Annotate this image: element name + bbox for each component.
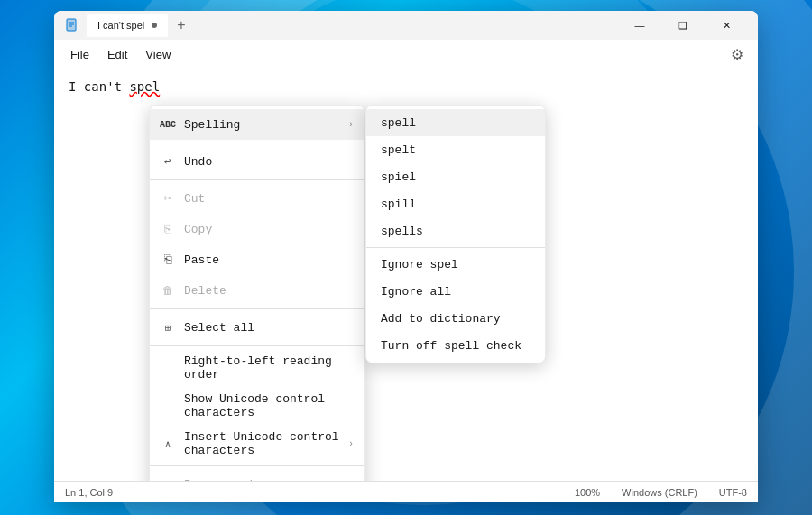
menu-view[interactable]: View [136, 44, 180, 65]
window-controls: — ❑ ✕ [619, 11, 747, 40]
sub-ignore-all[interactable]: Ignore all [366, 278, 545, 305]
sub-ignore-spel-label: Ignore spel [381, 258, 458, 271]
maximize-button[interactable]: ❑ [662, 11, 704, 40]
ctx-show-unicode-label: Show Unicode control characters [184, 392, 354, 419]
ctx-insert-unicode[interactable]: ∧ Insert Unicode control characters › [150, 425, 364, 463]
tab-icantspel[interactable]: I can't spel [87, 14, 168, 37]
sub-spiel[interactable]: spiel [366, 163, 545, 190]
status-encoding: UTF-8 [719, 487, 747, 498]
ctx-show-unicode[interactable]: Show Unicode control characters [150, 387, 364, 425]
sub-ignore-all-label: Ignore all [381, 285, 451, 299]
paste-icon: ⎗ [161, 253, 175, 267]
sub-spill[interactable]: spill [366, 190, 545, 217]
settings-icon[interactable]: ⚙ [724, 42, 751, 67]
tab-title: I can't spel [97, 20, 144, 31]
ctx-cut: ✂ Cut [150, 183, 364, 214]
spelling-submenu: spell spelt spiel spill spells Ignore sp… [365, 105, 546, 363]
ctx-select-all[interactable]: ⊞ Select all [150, 312, 364, 343]
status-right: 100% Windows (CRLF) UTF-8 [575, 487, 747, 498]
sub-spell[interactable]: spell [366, 109, 545, 136]
separator-3 [150, 308, 364, 309]
sub-add-dictionary[interactable]: Add to dictionary [366, 305, 545, 332]
ctx-delete-label: Delete [184, 284, 354, 298]
ctx-undo[interactable]: ↩ Undo [150, 146, 364, 177]
ctx-cut-label: Cut [184, 192, 354, 206]
cut-icon: ✂ [161, 191, 175, 206]
rtl-icon [161, 361, 175, 375]
ctx-undo-label: Undo [184, 155, 354, 169]
ctx-reconversion-label: Reconversion [184, 478, 354, 482]
menubar: File Edit View ⚙ [54, 40, 758, 69]
status-position: Ln 1, Col 9 [65, 487, 560, 498]
spelling-arrow-icon: › [348, 120, 354, 130]
tab-add-button[interactable]: + [171, 17, 190, 33]
sub-spells[interactable]: spells [366, 217, 545, 244]
titlebar: I can't spel + — ❑ ✕ [54, 11, 758, 40]
sub-spelt[interactable]: spelt [366, 136, 545, 163]
sub-ignore-spel[interactable]: Ignore spel [366, 251, 545, 278]
status-line-ending: Windows (CRLF) [622, 487, 697, 498]
ctx-spelling-label: Spelling [184, 118, 339, 132]
spelling-icon: ABC [161, 117, 175, 132]
delete-icon: 🗑 [161, 283, 175, 298]
ctx-copy: ⎘ Copy [150, 214, 364, 244]
separator-5 [150, 465, 364, 466]
ctx-copy-label: Copy [184, 223, 354, 236]
editor-text-normal: I can't [69, 79, 129, 94]
sub-spelt-label: spelt [381, 143, 416, 157]
ctx-select-all-label: Select all [184, 321, 354, 335]
menu-file[interactable]: File [61, 44, 98, 65]
notepad-window: I can't spel + — ❑ ✕ File Edit View ⚙ I … [54, 11, 758, 502]
select-all-icon: ⊞ [161, 320, 175, 335]
minimize-button[interactable]: — [619, 11, 660, 40]
app-icon [65, 18, 79, 32]
sub-spells-label: spells [381, 225, 423, 238]
insert-unicode-arrow-icon: › [348, 439, 354, 449]
editor-area[interactable]: I can't spel ABC Spelling › ↩ Undo ✂ Cut [54, 69, 758, 481]
tab-area: I can't spel + [87, 14, 191, 37]
statusbar: Ln 1, Col 9 100% Windows (CRLF) UTF-8 [54, 481, 758, 502]
editor-text-misspelled: spel [129, 79, 160, 94]
ctx-paste[interactable]: ⎗ Paste [150, 244, 364, 275]
show-unicode-icon [161, 399, 175, 413]
sub-separator-1 [366, 247, 545, 248]
context-menu: ABC Spelling › ↩ Undo ✂ Cut ⎘ Copy [149, 105, 365, 481]
editor-content: I can't spel [69, 79, 743, 94]
ctx-spelling[interactable]: ABC Spelling › [150, 109, 364, 140]
insert-unicode-icon: ∧ [161, 437, 175, 451]
sub-spiel-label: spiel [381, 170, 416, 184]
undo-icon: ↩ [161, 154, 175, 169]
tab-modified-dot [152, 23, 157, 28]
separator-4 [150, 345, 364, 346]
sub-spill-label: spill [381, 198, 416, 211]
close-button[interactable]: ✕ [706, 11, 747, 40]
ctx-rtl[interactable]: Right-to-left reading order [150, 349, 364, 387]
ctx-rtl-label: Right-to-left reading order [184, 354, 354, 382]
sub-turn-off-label: Turn off spell check [381, 339, 521, 353]
separator-2 [150, 179, 364, 180]
separator-1 [150, 143, 364, 143]
menu-edit[interactable]: Edit [98, 44, 136, 65]
sub-spell-label: spell [381, 116, 416, 130]
ctx-paste-label: Paste [184, 253, 354, 267]
status-zoom: 100% [575, 487, 600, 498]
ctx-reconversion: ↻ Reconversion [150, 469, 364, 481]
sub-add-dictionary-label: Add to dictionary [381, 312, 501, 326]
copy-icon: ⎘ [161, 222, 175, 236]
ctx-insert-unicode-label: Insert Unicode control characters [184, 430, 339, 457]
ctx-delete: 🗑 Delete [150, 275, 364, 306]
sub-turn-off-spellcheck[interactable]: Turn off spell check [366, 332, 545, 359]
reconversion-icon: ↻ [161, 477, 175, 481]
